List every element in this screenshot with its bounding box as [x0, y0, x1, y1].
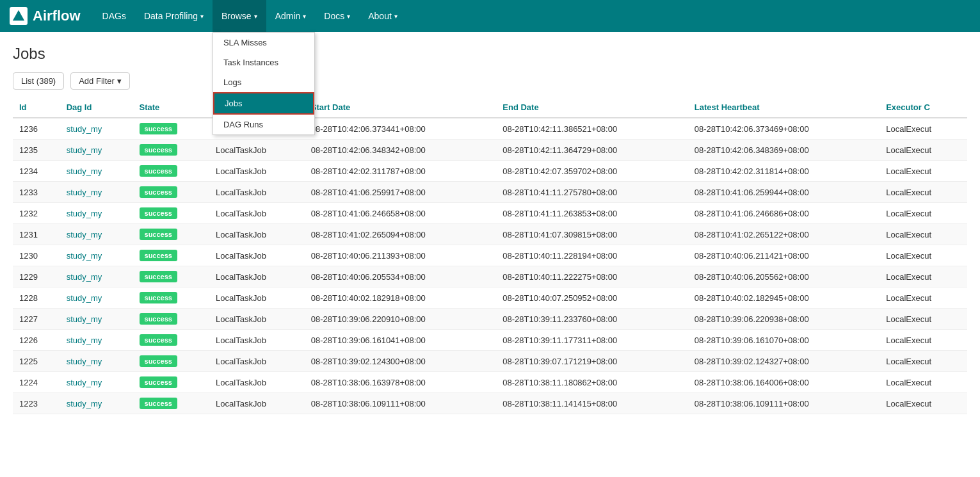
cell-job-type: LocalTaskJob — [209, 287, 305, 309]
cell-id: 1223 — [13, 393, 60, 414]
cell-id: 1232 — [13, 203, 60, 224]
cell-dag-id[interactable]: study_my — [60, 118, 133, 140]
table-row: 1228 study_my success LocalTaskJob 08-28… — [13, 287, 967, 309]
cell-id: 1229 — [13, 266, 60, 287]
cell-state: success — [133, 287, 210, 309]
cell-latest-heartbeat: 08-28T10:42:02.311814+08:00 — [688, 161, 880, 182]
cell-dag-id[interactable]: study_my — [60, 266, 133, 287]
admin-caret: ▾ — [303, 13, 306, 20]
navbar: Airflow DAGs Data Profiling ▾ Browse ▾ S… — [0, 0, 980, 32]
cell-state: success — [133, 140, 210, 161]
brand-logo[interactable]: Airflow — [10, 7, 81, 25]
col-start-date[interactable]: Start Date — [305, 97, 496, 118]
cell-dag-id[interactable]: study_my — [60, 224, 133, 245]
cell-latest-heartbeat: 08-28T10:40:02.182945+08:00 — [688, 287, 880, 309]
cell-dag-id[interactable]: study_my — [60, 182, 133, 203]
cell-dag-id[interactable]: study_my — [60, 330, 133, 351]
nav-browse[interactable]: Browse ▾ SLA Misses Task Instances Logs … — [213, 0, 266, 32]
status-badge: success — [140, 292, 177, 303]
about-caret: ▾ — [394, 13, 398, 20]
cell-start-date: 08-28T10:41:02.265094+08:00 — [305, 224, 496, 245]
cell-executor: LocalExecut — [880, 161, 967, 182]
dropdown-logs[interactable]: Logs — [213, 72, 314, 92]
cell-dag-id[interactable]: study_my — [60, 393, 133, 414]
cell-job-type: LocalTaskJob — [209, 393, 305, 414]
cell-state: success — [133, 330, 210, 351]
airflow-icon — [10, 7, 28, 25]
add-filter-caret-icon: ▾ — [117, 76, 122, 86]
dropdown-dag-runs[interactable]: DAG Runs — [213, 115, 314, 134]
cell-start-date: 08-28T10:40:02.182918+08:00 — [305, 287, 496, 309]
cell-job-type: LocalTaskJob — [209, 161, 305, 182]
status-badge: success — [140, 376, 177, 388]
table-row: 1230 study_my success LocalTaskJob 08-28… — [13, 245, 967, 266]
nav-items: DAGs Data Profiling ▾ Browse ▾ SLA Misse… — [93, 0, 406, 32]
col-end-date[interactable]: End Date — [496, 97, 687, 118]
list-count-badge: List (389) — [13, 72, 64, 90]
cell-id: 1225 — [13, 351, 60, 372]
cell-end-date: 08-28T10:38:11.141415+08:00 — [496, 393, 687, 414]
nav-admin[interactable]: Admin ▾ — [266, 0, 316, 32]
col-executor[interactable]: Executor C — [880, 97, 967, 118]
col-id[interactable]: Id — [13, 97, 60, 118]
cell-end-date: 08-28T10:42:07.359702+08:00 — [496, 161, 687, 182]
cell-dag-id[interactable]: study_my — [60, 372, 133, 393]
cell-dag-id[interactable]: study_my — [60, 309, 133, 330]
cell-latest-heartbeat: 08-28T10:40:06.205562+08:00 — [688, 266, 880, 287]
table-row: 1225 study_my success LocalTaskJob 08-28… — [13, 351, 967, 372]
cell-state: success — [133, 266, 210, 287]
cell-job-type: LocalTaskJob — [209, 266, 305, 287]
cell-executor: LocalExecut — [880, 140, 967, 161]
cell-job-type: LocalTaskJob — [209, 309, 305, 330]
cell-dag-id[interactable]: study_my — [60, 161, 133, 182]
cell-id: 1226 — [13, 330, 60, 351]
cell-dag-id[interactable]: study_my — [60, 351, 133, 372]
table-row: 1224 study_my success LocalTaskJob 08-28… — [13, 372, 967, 393]
nav-dags[interactable]: DAGs — [93, 0, 135, 32]
status-badge: success — [140, 229, 177, 240]
dropdown-task-instances[interactable]: Task Instances — [213, 53, 314, 72]
cell-dag-id[interactable]: study_my — [60, 287, 133, 309]
cell-latest-heartbeat: 08-28T10:41:06.246686+08:00 — [688, 203, 880, 224]
add-filter-button[interactable]: Add Filter ▾ — [70, 72, 130, 90]
cell-start-date: 08-28T10:39:02.124300+08:00 — [305, 351, 496, 372]
col-dag-id[interactable]: Dag Id — [60, 97, 133, 118]
cell-state: success — [133, 118, 210, 140]
cell-latest-heartbeat: 08-28T10:42:06.373469+08:00 — [688, 118, 880, 140]
cell-start-date: 08-28T10:38:06.163978+08:00 — [305, 372, 496, 393]
cell-state: success — [133, 351, 210, 372]
dropdown-jobs[interactable]: Jobs — [213, 92, 314, 115]
nav-docs[interactable]: Docs ▾ — [315, 0, 359, 32]
cell-dag-id[interactable]: study_my — [60, 140, 133, 161]
dropdown-sla-misses[interactable]: SLA Misses — [213, 33, 314, 53]
cell-job-type: LocalTaskJob — [209, 372, 305, 393]
table-body: 1236 study_my success LocalTaskJob 08-28… — [13, 118, 967, 414]
cell-end-date: 08-28T10:39:11.177311+08:00 — [496, 330, 687, 351]
cell-state: success — [133, 393, 210, 414]
cell-latest-heartbeat: 08-28T10:42:06.348369+08:00 — [688, 140, 880, 161]
cell-start-date: 08-28T10:42:06.373441+08:00 — [305, 118, 496, 140]
cell-state: success — [133, 245, 210, 266]
cell-executor: LocalExecut — [880, 330, 967, 351]
cell-executor: LocalExecut — [880, 393, 967, 414]
cell-end-date: 08-28T10:39:07.171219+08:00 — [496, 351, 687, 372]
cell-dag-id[interactable]: study_my — [60, 203, 133, 224]
col-latest-heartbeat[interactable]: Latest Heartbeat — [688, 97, 880, 118]
nav-data-profiling[interactable]: Data Profiling ▾ — [135, 0, 213, 32]
cell-end-date: 08-28T10:39:11.233760+08:00 — [496, 309, 687, 330]
cell-state: success — [133, 182, 210, 203]
cell-id: 1228 — [13, 287, 60, 309]
cell-state: success — [133, 372, 210, 393]
status-badge: success — [140, 144, 177, 156]
cell-end-date: 08-28T10:40:11.222275+08:00 — [496, 266, 687, 287]
cell-latest-heartbeat: 08-28T10:41:02.265122+08:00 — [688, 224, 880, 245]
col-state[interactable]: State — [133, 97, 210, 118]
cell-state: success — [133, 161, 210, 182]
cell-id: 1233 — [13, 182, 60, 203]
cell-dag-id[interactable]: study_my — [60, 245, 133, 266]
cell-job-type: LocalTaskJob — [209, 182, 305, 203]
table-row: 1223 study_my success LocalTaskJob 08-28… — [13, 393, 967, 414]
cell-executor: LocalExecut — [880, 287, 967, 309]
nav-about[interactable]: About ▾ — [359, 0, 406, 32]
browse-dropdown: SLA Misses Task Instances Logs Jobs DAG … — [213, 32, 315, 135]
